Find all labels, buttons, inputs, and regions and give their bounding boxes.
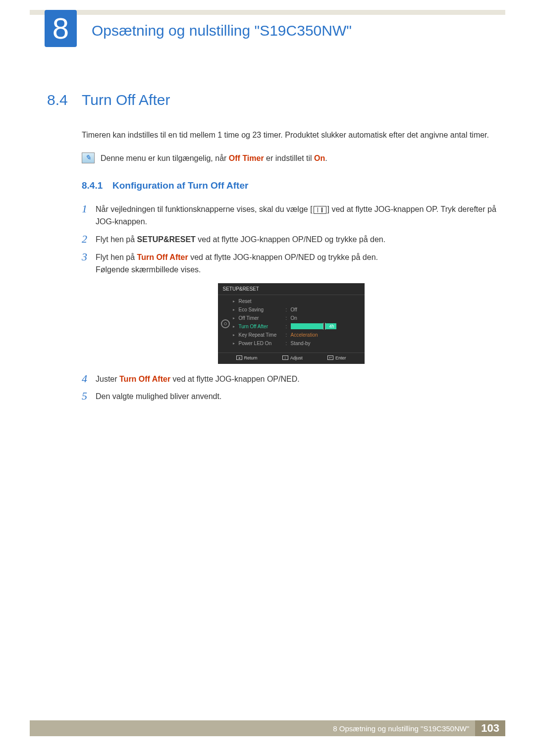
step-3-number: 3 bbox=[82, 251, 96, 263]
osd-rows: ▸ Reset ▸ Eco Saving : Off ▸ Off Timer :… bbox=[233, 295, 365, 353]
osd-value: Stand-by bbox=[291, 341, 361, 346]
adjust-icon: ↕ bbox=[282, 355, 288, 360]
osd-label: Key Repeat Time bbox=[239, 332, 286, 338]
step-2-text: Flyt hen på SETUP&RESET ved at flytte JO… bbox=[96, 233, 500, 246]
osd-label: Off Timer bbox=[239, 315, 286, 321]
step-5-number: 5 bbox=[82, 390, 96, 402]
step-3-text: Flyt hen på Turn Off After ved at flytte… bbox=[96, 251, 500, 276]
osd-row-reset: ▸ Reset bbox=[233, 297, 361, 305]
step-1-text: Når vejledningen til funktionsknapperne … bbox=[96, 203, 500, 228]
osd-label: Eco Saving bbox=[239, 307, 286, 312]
step-4: 4 Juster Turn Off After ved at flytte JO… bbox=[82, 373, 500, 386]
osd-footer-return: ◂Return bbox=[236, 355, 258, 360]
step-5-text: Den valgte mulighed bliver anvendt. bbox=[96, 390, 500, 403]
note-icon: ✎ bbox=[82, 152, 95, 163]
step-2-bold: SETUP&RESET bbox=[137, 235, 196, 244]
step-3-bold: Turn Off After bbox=[137, 253, 188, 261]
step-3-a: Flyt hen på bbox=[96, 253, 137, 261]
osd-footer-adjust: ↕Adjust bbox=[282, 355, 303, 360]
osd-return-label: Return bbox=[244, 355, 258, 360]
enter-icon: ↩ bbox=[327, 355, 333, 360]
note-bold2: On bbox=[314, 154, 325, 162]
osd-colon: : bbox=[286, 324, 291, 329]
step-4-text: Juster Turn Off After ved at flytte JOG-… bbox=[96, 373, 500, 386]
arrow-icon: ▸ bbox=[233, 341, 239, 346]
chapter-header: 8 Opsætning og nulstilling "S19C350NW" bbox=[0, 10, 535, 47]
section-title: Turn Off After bbox=[82, 92, 170, 108]
note-bold1: Off Timer bbox=[229, 154, 264, 162]
osd-colon: : bbox=[286, 315, 291, 321]
section-heading: 8.4 Turn Off After bbox=[47, 92, 500, 108]
step-1: 1 Når vejledningen til funktionsknappern… bbox=[82, 203, 500, 228]
subsection-title: Konfiguration af Turn Off After bbox=[112, 180, 248, 191]
subsection-heading: 8.4.1 Konfiguration af Turn Off After bbox=[82, 180, 500, 191]
note-mid: er indstillet til bbox=[264, 154, 314, 162]
return-icon: ◂ bbox=[236, 355, 242, 360]
osd-row-offtimer: ▸ Off Timer : On bbox=[233, 314, 361, 322]
step-1-number: 1 bbox=[82, 203, 96, 215]
note-prefix: Denne menu er kun tilgængelig, når bbox=[101, 154, 229, 162]
step-2-number: 2 bbox=[82, 233, 96, 245]
arrow-icon: ▸ bbox=[233, 333, 239, 337]
step-2-b: ved at flytte JOG-knappen OP/NED og tryk… bbox=[196, 235, 385, 244]
chapter-number: 8 bbox=[53, 11, 69, 46]
osd-value: Acceleration bbox=[291, 332, 361, 338]
section-number: 8.4 bbox=[47, 92, 82, 108]
osd-row-powerled: ▸ Power LED On : Stand-by bbox=[233, 339, 361, 348]
osd-left-icon-col bbox=[218, 295, 233, 353]
osd-label: Power LED On bbox=[239, 341, 286, 346]
chapter-title: Opsætning og nulstilling "S19C350NW" bbox=[92, 22, 352, 39]
arrow-icon: ▸ bbox=[233, 299, 239, 303]
osd-colon: : bbox=[286, 341, 291, 346]
page-content: 8.4 Turn Off After Timeren kan indstille… bbox=[47, 92, 500, 403]
step-4-b: ved at flytte JOG-knappen OP/NED. bbox=[170, 375, 300, 383]
step-5: 5 Den valgte mulighed bliver anvendt. bbox=[82, 390, 500, 403]
step-4-bold: Turn Off After bbox=[119, 375, 170, 383]
note-row: ✎ Denne menu er kun tilgængelig, når Off… bbox=[82, 152, 500, 164]
osd-footer: ◂Return ↕Adjust ↩Enter bbox=[218, 353, 365, 364]
note-suffix: . bbox=[325, 154, 327, 162]
footer-page-box: 103 bbox=[475, 720, 505, 736]
footer-text: 8 Opsætning og nulstilling "S19C350NW" bbox=[333, 724, 475, 733]
page-footer: 8 Opsætning og nulstilling "S19C350NW" 1… bbox=[30, 720, 505, 736]
osd-menu: SETUP&RESET ▸ Reset ▸ Eco Saving : Off bbox=[218, 283, 365, 364]
osd-adjust-label: Adjust bbox=[290, 355, 303, 360]
subsection-number: 8.4.1 bbox=[82, 180, 112, 191]
osd-slider: 4h bbox=[291, 323, 336, 329]
step-4-a: Juster bbox=[96, 375, 119, 383]
osd-colon: : bbox=[286, 307, 291, 312]
osd-row-eco: ▸ Eco Saving : Off bbox=[233, 305, 361, 314]
menu-icon bbox=[314, 206, 326, 214]
osd-row-keyrepeat: ▸ Key Repeat Time : Acceleration bbox=[233, 331, 361, 339]
osd-title: SETUP&RESET bbox=[218, 283, 365, 295]
arrow-icon: ▸ bbox=[233, 307, 239, 312]
arrow-icon: ▸ bbox=[233, 324, 239, 329]
step-3: 3 Flyt hen på Turn Off After ved at flyt… bbox=[82, 251, 500, 276]
osd-row-turnoffafter: ▸ Turn Off After : 4h bbox=[233, 322, 361, 331]
osd-label: Reset bbox=[239, 299, 286, 304]
step-3-c: Følgende skærmbillede vises. bbox=[96, 265, 201, 274]
osd-label: Turn Off After bbox=[239, 324, 286, 329]
osd-enter-label: Enter bbox=[335, 355, 346, 360]
osd-colon: : bbox=[286, 332, 291, 338]
step-list: 1 Når vejledningen til funktionsknappern… bbox=[82, 203, 500, 403]
section-intro: Timeren kan indstilles til en tid mellem… bbox=[82, 129, 500, 142]
step-2: 2 Flyt hen på SETUP&RESET ved at flytte … bbox=[82, 233, 500, 246]
chapter-number-box: 8 bbox=[45, 10, 77, 47]
osd-slider-value: 4h bbox=[329, 324, 336, 329]
step-4-number: 4 bbox=[82, 373, 96, 385]
step-3-b: ved at flytte JOG-knappen OP/NED og tryk… bbox=[188, 253, 378, 261]
note-text: Denne menu er kun tilgængelig, når Off T… bbox=[101, 152, 327, 164]
arrow-icon: ▸ bbox=[233, 316, 239, 320]
osd-body: ▸ Reset ▸ Eco Saving : Off ▸ Off Timer :… bbox=[218, 295, 365, 353]
osd-value: On bbox=[291, 315, 361, 321]
gear-icon bbox=[221, 319, 230, 328]
page-number: 103 bbox=[481, 722, 499, 735]
step-1-a: Når vejledningen til funktionsknapperne … bbox=[96, 205, 313, 213]
step-2-a: Flyt hen på bbox=[96, 235, 137, 244]
osd-footer-enter: ↩Enter bbox=[327, 355, 346, 360]
osd-value: Off bbox=[291, 307, 361, 312]
